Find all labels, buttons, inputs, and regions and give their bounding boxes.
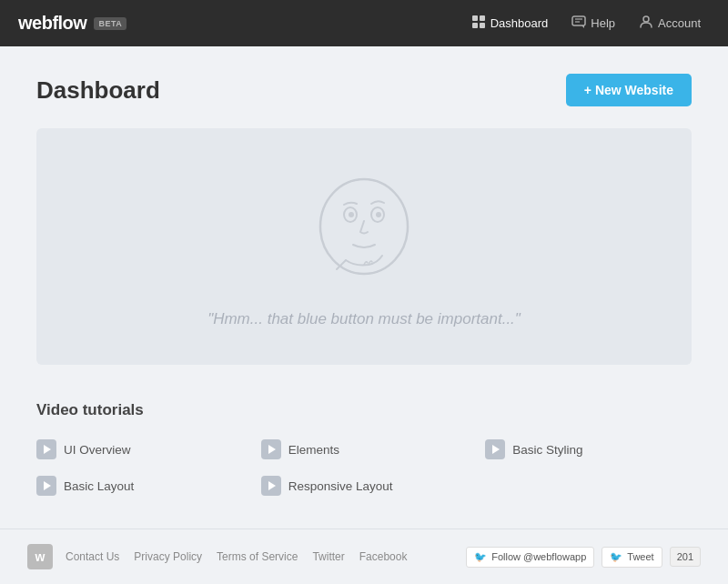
svg-rect-2 — [472, 23, 478, 28]
follow-button[interactable]: 🐦 Follow @webflowapp — [466, 547, 594, 568]
page-title: Dashboard — [36, 76, 160, 105]
tweet-label: Tweet — [627, 551, 653, 562]
new-website-button[interactable]: + New Website — [566, 74, 692, 106]
play-icon-elements — [261, 439, 281, 459]
footer-left: w Contact Us Privacy Policy Terms of Ser… — [27, 544, 407, 569]
footer-link-facebook[interactable]: Facebook — [359, 550, 408, 563]
footer-logo: w — [27, 544, 53, 569]
nav-link-account[interactable]: Account — [630, 9, 710, 37]
play-triangle — [268, 481, 276, 490]
tweet-count: 201 — [670, 547, 701, 567]
navbar: webflow BETA Dashboard — [0, 0, 728, 46]
meme-face-illustration — [300, 165, 428, 292]
tutorial-label-basic-layout: Basic Layout — [64, 479, 134, 493]
account-icon — [639, 15, 653, 32]
footer-link-contact[interactable]: Contact Us — [66, 550, 119, 563]
svg-marker-7 — [581, 25, 584, 28]
tutorial-item-basic-layout[interactable]: Basic Layout — [36, 472, 243, 499]
logo-text: webflow — [18, 13, 86, 34]
tutorial-item-basic-styling[interactable]: Basic Styling — [485, 436, 692, 463]
footer-right: 🐦 Follow @webflowapp 🐦 Tweet 201 — [466, 547, 701, 568]
tutorial-label-basic-styling: Basic Styling — [512, 443, 582, 457]
tutorial-label-ui-overview: UI Overview — [64, 443, 131, 457]
empty-state-text: "Hmm... that blue button must be importa… — [207, 310, 521, 328]
header-row: Dashboard + New Website — [36, 74, 692, 106]
empty-state-panel: "Hmm... that blue button must be importa… — [36, 128, 692, 365]
main-content: Dashboard + New Website — [18, 46, 710, 545]
tutorials-section: Video tutorials UI Overview Elements Bas… — [36, 392, 692, 518]
tutorials-grid: UI Overview Elements Basic Styling Basic — [36, 436, 692, 499]
play-triangle — [44, 445, 51, 454]
footer-link-privacy[interactable]: Privacy Policy — [134, 550, 202, 563]
tutorial-item-elements[interactable]: Elements — [261, 436, 468, 463]
help-icon — [571, 15, 586, 32]
play-icon-responsive-layout — [261, 476, 281, 496]
play-icon-basic-layout — [36, 476, 56, 496]
footer-link-terms[interactable]: Terms of Service — [217, 550, 298, 563]
svg-rect-4 — [572, 16, 585, 25]
footer-links: Contact Us Privacy Policy Terms of Servi… — [66, 550, 407, 563]
beta-badge: BETA — [94, 17, 126, 30]
tutorial-label-responsive-layout: Responsive Layout — [288, 479, 393, 493]
svg-rect-0 — [472, 15, 478, 21]
play-triangle — [268, 445, 276, 454]
footer: w Contact Us Privacy Policy Terms of Ser… — [0, 529, 728, 584]
brand: webflow BETA — [18, 13, 126, 34]
twitter-icon: 🐦 — [474, 551, 487, 563]
svg-point-8 — [643, 16, 649, 22]
svg-point-11 — [349, 212, 354, 217]
footer-link-twitter[interactable]: Twitter — [312, 550, 344, 563]
nav-link-dashboard[interactable]: Dashboard — [462, 9, 558, 37]
tweet-button[interactable]: 🐦 Tweet — [602, 547, 662, 568]
tutorial-item-responsive-layout[interactable]: Responsive Layout — [261, 472, 468, 499]
nav-account-label: Account — [658, 16, 701, 30]
play-icon-ui-overview — [36, 439, 56, 459]
nav-links: Dashboard Help Account — [462, 9, 710, 37]
svg-point-13 — [376, 212, 381, 217]
nav-link-help[interactable]: Help — [562, 9, 624, 37]
nav-help-label: Help — [591, 16, 615, 30]
svg-rect-3 — [480, 23, 485, 28]
tutorial-label-elements: Elements — [288, 443, 339, 457]
svg-rect-1 — [480, 15, 485, 21]
play-triangle — [492, 445, 500, 454]
tutorial-item-ui-overview[interactable]: UI Overview — [36, 436, 243, 463]
tweet-twitter-icon: 🐦 — [610, 551, 622, 563]
svg-point-9 — [320, 179, 408, 274]
dashboard-icon — [471, 15, 486, 32]
play-icon-basic-styling — [485, 439, 505, 459]
follow-label: Follow @webflowapp — [491, 551, 586, 562]
tutorials-title: Video tutorials — [36, 401, 692, 419]
nav-dashboard-label: Dashboard — [490, 16, 549, 30]
play-triangle — [44, 481, 51, 490]
